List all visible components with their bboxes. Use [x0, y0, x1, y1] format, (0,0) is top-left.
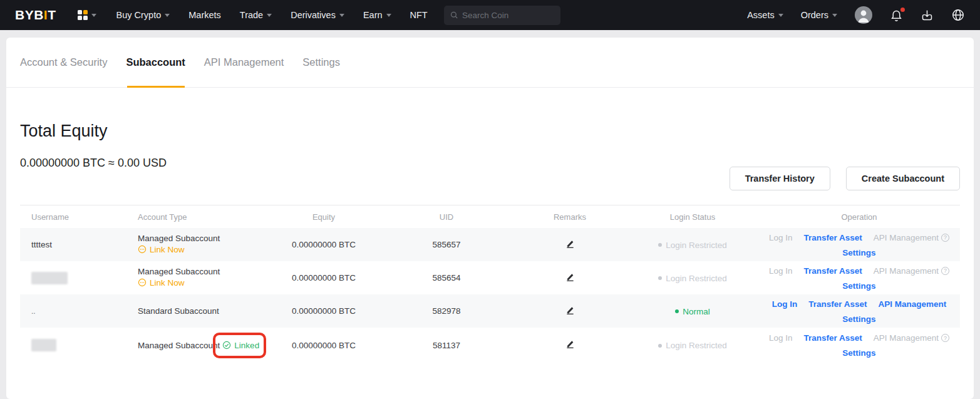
link-dots-icon — [138, 245, 147, 254]
cell-account-type: Managed Subaccount Linked — [120, 341, 267, 350]
cell-equity: 0.00000000 BTC — [267, 341, 380, 350]
api-management-link[interactable]: API Management — [879, 299, 947, 309]
tab-settings[interactable]: Settings — [302, 38, 340, 87]
header-remarks: Remarks — [513, 212, 627, 222]
settings-link[interactable]: Settings — [842, 281, 875, 291]
transfer-asset-link[interactable]: Transfer Asset — [803, 233, 862, 242]
info-icon[interactable] — [941, 234, 949, 242]
transfer-asset-link[interactable]: Transfer Asset — [808, 299, 867, 309]
api-management-link: API Management — [874, 333, 949, 343]
user-avatar[interactable] — [855, 6, 872, 24]
api-management-link: API Management — [874, 233, 949, 242]
summary-row: Total Equity 0.00000000 BTC ≈ 0.00 USD T… — [6, 122, 974, 170]
status-dot — [658, 243, 662, 247]
tab-api-management[interactable]: API Management — [204, 38, 284, 87]
cell-login-status: Normal — [627, 306, 758, 316]
nav-item-trade[interactable]: Trade — [240, 10, 272, 20]
cell-account-type: Standard Subaccount — [120, 306, 267, 316]
table-row: Managed Subaccount Link Now 0.00000000 B… — [20, 261, 960, 294]
summary-left: Total Equity 0.00000000 BTC ≈ 0.00 USD — [20, 122, 167, 170]
total-equity-value: 0.00000000 BTC ≈ 0.00 USD — [20, 157, 167, 170]
cell-username — [20, 339, 120, 351]
cell-login-status: Login Restricted — [627, 340, 758, 351]
log-in-link: Log In — [769, 333, 793, 343]
cell-login-status: Login Restricted — [627, 239, 758, 250]
edit-remark-icon[interactable] — [565, 306, 575, 317]
header-equity: Equity — [267, 212, 380, 222]
nav-item-orders[interactable]: Orders — [801, 10, 837, 20]
nav-item-earn[interactable]: Earn — [363, 10, 391, 20]
edit-remark-icon[interactable] — [565, 339, 575, 351]
nav-item-markets[interactable]: Markets — [188, 10, 221, 20]
nav-menu: Buy Crypto Markets Trade Derivatives Ear… — [116, 10, 428, 20]
transfer-history-button[interactable]: Transfer History — [730, 167, 830, 190]
table-row: Managed Subaccount Linked 0.00000000 BTC… — [20, 328, 960, 363]
link-now-action[interactable]: Link Now — [138, 278, 185, 288]
chevron-down-icon — [267, 14, 272, 17]
cell-uid: 585654 — [380, 273, 513, 282]
page-title: Total Equity — [20, 122, 167, 141]
cell-operation: Log In Transfer Asset API Management Set… — [758, 295, 960, 328]
header-uid: UID — [380, 212, 513, 222]
notification-badge — [900, 8, 905, 12]
link-now-action[interactable]: Link Now — [138, 245, 185, 254]
transfer-asset-link[interactable]: Transfer Asset — [803, 333, 862, 343]
chevron-down-icon — [778, 14, 783, 17]
cell-account-type: Managed Subaccount Link Now — [120, 234, 267, 256]
coin-search[interactable] — [444, 6, 560, 25]
cell-uid: 581137 — [380, 341, 513, 350]
bybit-logo[interactable]: BYBIT — [15, 8, 56, 23]
download-app-button[interactable] — [921, 9, 934, 22]
logo-text: BYB — [15, 8, 44, 23]
cell-remarks — [513, 339, 627, 351]
header-account-type: Account Type — [120, 212, 267, 222]
subaccount-page-card: Account & Security Subaccount API Manage… — [6, 38, 974, 399]
edit-remark-icon[interactable] — [565, 272, 575, 284]
tab-account-security[interactable]: Account & Security — [20, 38, 107, 87]
cell-equity: 0.00000000 BTC — [267, 240, 380, 249]
redacted-username — [31, 272, 68, 284]
cell-username — [20, 272, 120, 284]
link-dots-icon — [138, 278, 147, 287]
apps-grid-icon[interactable] — [78, 10, 96, 20]
nav-item-nft[interactable]: NFT — [410, 10, 428, 20]
cell-account-type: Managed Subaccount Link Now — [120, 267, 267, 289]
settings-link[interactable]: Settings — [842, 348, 875, 358]
cell-username: ttttest — [20, 240, 120, 249]
info-icon[interactable] — [941, 267, 949, 275]
linked-badge: Linked — [222, 341, 259, 350]
info-icon[interactable] — [941, 334, 949, 342]
cell-uid: 585657 — [380, 240, 513, 249]
notifications-button[interactable] — [890, 9, 903, 22]
transfer-asset-link[interactable]: Transfer Asset — [803, 266, 862, 276]
create-subaccount-button[interactable]: Create Subaccount — [846, 167, 960, 190]
logo-text-2: T — [48, 8, 56, 23]
log-in-link[interactable]: Log In — [772, 299, 798, 309]
chevron-down-icon — [91, 14, 96, 17]
log-in-link: Log In — [769, 233, 793, 242]
search-input[interactable] — [462, 11, 554, 20]
nav-item-assets[interactable]: Assets — [747, 10, 783, 20]
nav-right: Assets Orders — [747, 6, 965, 24]
nav-item-buy-crypto[interactable]: Buy Crypto — [116, 10, 170, 20]
account-tabs: Account & Security Subaccount API Manage… — [6, 38, 974, 88]
log-in-link: Log In — [769, 266, 793, 276]
settings-link[interactable]: Settings — [842, 248, 875, 257]
check-circle-icon — [222, 341, 231, 350]
table-header-row: Username Account Type Equity UID Remarks… — [20, 205, 960, 228]
status-dot — [658, 344, 662, 348]
cell-login-status: Login Restricted — [627, 272, 758, 283]
cell-equity: 0.00000000 BTC — [267, 306, 380, 316]
cell-equity: 0.00000000 BTC — [267, 273, 380, 282]
settings-link[interactable]: Settings — [842, 314, 875, 324]
header-operation: Operation — [758, 212, 960, 222]
grid-cells-icon — [78, 10, 88, 20]
status-dot — [675, 309, 679, 313]
edit-remark-icon[interactable] — [565, 239, 575, 251]
globe-icon — [951, 8, 965, 22]
language-button[interactable] — [951, 8, 965, 22]
cell-remarks — [513, 239, 627, 251]
nav-item-derivatives[interactable]: Derivatives — [291, 10, 344, 20]
header-username: Username — [20, 212, 120, 222]
tab-subaccount[interactable]: Subaccount — [126, 38, 185, 87]
